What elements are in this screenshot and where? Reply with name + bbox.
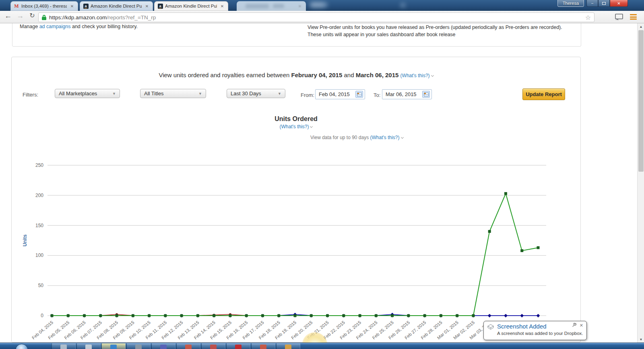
- report-heading: View units ordered and royalties earned …: [12, 72, 580, 78]
- taskbar-app-1[interactable]: [52, 343, 76, 349]
- billing-notice: Manage ad campaigns and check your billi…: [20, 24, 138, 29]
- taskbar-app-4-icon: [135, 345, 142, 349]
- end-date: March 06, 2015: [356, 72, 399, 78]
- browser-profile-button[interactable]: Theresa: [557, 0, 584, 7]
- scroll-down-icon[interactable]: ▼: [638, 336, 644, 343]
- desktop-artifact: [400, 3, 405, 7]
- maximize-icon: [602, 2, 606, 5]
- titles-dropdown[interactable]: All Titles▼: [140, 89, 206, 98]
- new-tab-button[interactable]: [310, 2, 324, 8]
- forward-button[interactable]: →: [15, 12, 25, 20]
- ad-campaigns-link[interactable]: ad campaigns: [39, 24, 71, 29]
- taskbar-app-9[interactable]: [251, 343, 275, 349]
- close-icon[interactable]: ✕: [219, 3, 225, 9]
- whats-this-link[interactable]: (What's this?): [280, 124, 309, 129]
- scrollbar-thumb[interactable]: [638, 30, 644, 172]
- toast-body: A screenshot was added to your Dropbox.: [497, 331, 583, 336]
- browser-toolbar: ← → ↻ https://kdp.amazon.com/reports?ref…: [0, 11, 644, 23]
- dropbox-notification[interactable]: Screenshot Added A screenshot was added …: [483, 321, 587, 340]
- taskbar-app-8-icon: [235, 345, 242, 349]
- redacted-text: [246, 4, 269, 8]
- minimize-button[interactable]: –: [586, 0, 598, 7]
- close-icon[interactable]: ✕: [297, 3, 303, 9]
- desktop: M Inbox (3,469) - theresa.her ✕ a Amazon…: [0, 0, 644, 349]
- whats-this-link[interactable]: (What's this?): [400, 73, 430, 78]
- taskbar-app-6[interactable]: [176, 343, 200, 349]
- windows-taskbar: [0, 343, 644, 349]
- taskbar-app-2-icon: [85, 345, 92, 349]
- svg-text:100: 100: [35, 253, 43, 258]
- svg-text:50: 50: [38, 283, 44, 288]
- chevron-down-icon: [400, 136, 403, 139]
- update-report-button[interactable]: Update Report: [522, 88, 565, 100]
- chevron-down-icon: [431, 74, 434, 77]
- to-label: To:: [374, 92, 380, 98]
- tab-gmail-inbox[interactable]: M Inbox (3,469) - theresa.her ✕: [10, 1, 78, 11]
- taskbar-app-4[interactable]: [126, 343, 151, 349]
- tab-redacted[interactable]: ✕: [237, 1, 306, 11]
- close-icon[interactable]: ✕: [69, 3, 75, 9]
- svg-text:150: 150: [35, 223, 43, 228]
- taskbar-app-1-icon: [60, 345, 67, 349]
- tab-label: Inbox (3,469) - theresa.her: [21, 4, 67, 8]
- from-date-input[interactable]: Feb 04, 2015: [315, 89, 365, 99]
- taskbar-app-8[interactable]: [226, 343, 250, 349]
- taskbar-app-dropbox[interactable]: [101, 343, 126, 349]
- calendar-icon[interactable]: [355, 91, 363, 98]
- bookmark-star-icon[interactable]: ☆: [585, 14, 591, 21]
- taskbar-app-5[interactable]: [151, 343, 175, 349]
- back-button[interactable]: ←: [3, 12, 13, 20]
- svg-text:250: 250: [35, 162, 43, 168]
- maximize-button[interactable]: [598, 0, 610, 7]
- dropdown-arrow-icon: ▼: [198, 92, 202, 96]
- scroll-up-icon[interactable]: ▲: [638, 23, 644, 30]
- to-date-input[interactable]: Mar 06, 2015: [382, 89, 432, 99]
- gmail-icon: M: [14, 3, 19, 9]
- toast-close-icon[interactable]: ✕: [580, 323, 583, 328]
- start-date: February 04, 2015: [291, 72, 343, 78]
- close-window-button[interactable]: ✕: [610, 0, 628, 7]
- close-icon[interactable]: ✕: [144, 3, 150, 9]
- tab-kdp-1[interactable]: a Amazon Kindle Direct Pub ✕: [80, 1, 153, 11]
- kdp-icon: a: [83, 3, 89, 9]
- dropdown-arrow-icon: ▼: [278, 92, 281, 96]
- https-lock-icon[interactable]: [42, 15, 46, 20]
- toast-options-icon[interactable]: [572, 323, 576, 328]
- redacted-text: [273, 4, 284, 8]
- preorder-notice: View Pre-order units for books you have …: [308, 24, 573, 38]
- filters-label: Filters:: [23, 92, 38, 98]
- chrome-menu-icon[interactable]: [630, 14, 637, 21]
- taskbar-app-7[interactable]: [201, 343, 225, 349]
- dashboard-notice-box: Manage ad campaigns and check your billi…: [12, 23, 581, 47]
- svg-text:Units: Units: [22, 234, 28, 246]
- url-text: https://kdp.amazon.com/reports?ref_=TN_r…: [49, 14, 156, 21]
- tab-kdp-active[interactable]: a Amazon Kindle Direct Pub ✕: [154, 1, 228, 11]
- taskbar-app-10-icon: [285, 345, 291, 349]
- cast-icon[interactable]: [615, 14, 623, 22]
- taskbar-app-dropbox-icon: [110, 345, 117, 349]
- svg-text:200: 200: [35, 193, 43, 198]
- taskbar-app-5-icon: [160, 345, 167, 349]
- dropbox-icon: [487, 324, 494, 332]
- taskbar-app-9-icon: [260, 345, 266, 349]
- address-bar[interactable]: https://kdp.amazon.com/reports?ref_=TN_r…: [38, 12, 594, 22]
- svg-text:0: 0: [41, 313, 43, 318]
- kdp-icon: a: [157, 3, 163, 9]
- date-range-note: View data for up to 90 days (What's this…: [310, 135, 403, 140]
- browser-titlebar: M Inbox (3,469) - theresa.her ✕ a Amazon…: [0, 0, 644, 11]
- taskbar-app-6-icon: [185, 345, 192, 349]
- page-content: Manage ad campaigns and check your billi…: [0, 23, 637, 343]
- reload-button[interactable]: ↻: [27, 12, 37, 19]
- taskbar-app-2[interactable]: [76, 343, 101, 349]
- whats-this-link[interactable]: (What's this?): [370, 135, 400, 140]
- calendar-icon[interactable]: [422, 91, 430, 98]
- taskbar-app-10[interactable]: [276, 343, 300, 349]
- start-button[interactable]: [15, 344, 28, 349]
- taskbar-app-7-icon: [210, 345, 217, 349]
- chart-subtitle: (What's this?): [12, 124, 580, 129]
- tab-label: Amazon Kindle Direct Pub: [91, 4, 142, 8]
- date-range-dropdown[interactable]: Last 30 Days▼: [227, 89, 285, 98]
- marketplace-dropdown[interactable]: All Marketplaces▼: [55, 89, 120, 98]
- units-ordered-chart: 050100150200250UnitsFeb 04, 2015Feb 05, …: [16, 160, 551, 349]
- page-scrollbar[interactable]: ▲ ▼: [637, 23, 644, 343]
